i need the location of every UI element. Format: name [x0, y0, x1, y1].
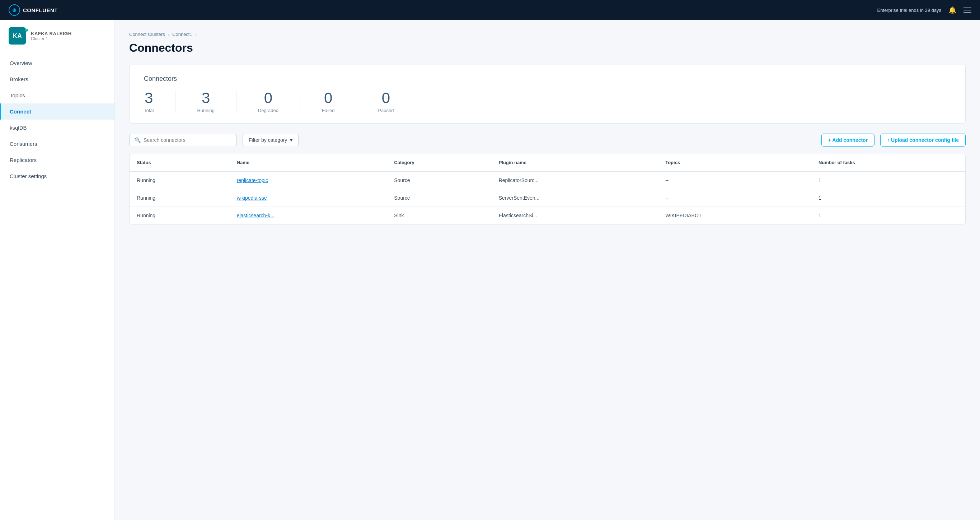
- table-cell: ReplicatorSourc...: [492, 171, 659, 189]
- table-cell: ServerSentEven...: [492, 189, 659, 207]
- breadcrumb: Connect Clusters › Connect1 ›: [129, 32, 966, 37]
- connector-name-link[interactable]: replicate-topic: [230, 171, 387, 189]
- table-row: Runningelasticsearch-k...SinkElasticsear…: [130, 207, 965, 225]
- table-cell: Source: [387, 171, 491, 189]
- col-header-name: Name: [230, 154, 387, 171]
- table-cell: WIKIPEDIABOT: [658, 207, 811, 225]
- stat-label: Total: [144, 108, 154, 113]
- search-input[interactable]: [143, 137, 231, 143]
- trial-text: Enterprise trial ends in 29 days: [877, 8, 941, 13]
- bell-icon[interactable]: 🔔: [948, 6, 956, 14]
- filter-label: Filter by category: [249, 137, 287, 143]
- breadcrumb-connect1[interactable]: Connect1: [172, 32, 192, 37]
- logo-icon: ⊕: [9, 4, 20, 16]
- sidebar-item-cluster-settings[interactable]: Cluster settings: [0, 168, 115, 184]
- table-cell: Running: [130, 189, 230, 207]
- stat-label: Degraded: [258, 108, 278, 113]
- stat-number: 3: [145, 90, 153, 106]
- filter-dropdown[interactable]: Filter by category ▾: [243, 134, 299, 146]
- table-cell: ElasticsearchSi...: [492, 207, 659, 225]
- cluster-badge: KA: [9, 27, 26, 45]
- search-icon: 🔍: [135, 137, 141, 143]
- sidebar-item-connect[interactable]: Connect: [0, 104, 115, 120]
- add-connector-button[interactable]: + Add connector: [821, 134, 875, 147]
- toolbar: 🔍 Filter by category ▾ + Add connector ↑…: [129, 134, 966, 147]
- table-cell: Running: [130, 207, 230, 225]
- stat-item-total: 3 Total: [144, 90, 175, 113]
- stat-number: 3: [202, 90, 210, 106]
- connector-name-link[interactable]: wikipedia-sse: [230, 189, 387, 207]
- stat-label: Running: [197, 108, 214, 113]
- col-header-plugin-name: Plugin name: [492, 154, 659, 171]
- sidebar-item-ksqldb[interactable]: ksqlDB: [0, 120, 115, 136]
- main-content: Connect Clusters › Connect1 › Connectors…: [115, 20, 980, 520]
- col-header-status: Status: [130, 154, 230, 171]
- stat-label: Paused: [378, 108, 394, 113]
- table-cell: 1: [811, 207, 965, 225]
- table-cell: --: [658, 189, 811, 207]
- table-cell: Sink: [387, 207, 491, 225]
- table-cell: 1: [811, 171, 965, 189]
- chevron-down-icon: ▾: [290, 137, 293, 143]
- breadcrumb-connect-clusters[interactable]: Connect Clusters: [129, 32, 165, 37]
- cluster-name: KAFKA RALEIGH: [31, 31, 72, 36]
- col-header-category: Category: [387, 154, 491, 171]
- table-cell: --: [658, 171, 811, 189]
- stats-row: 3 Total3 Running0 Degraded0 Failed0 Paus…: [144, 90, 951, 113]
- stat-item-failed: 0 Failed: [300, 90, 356, 113]
- stat-item-paused: 0 Paused: [356, 90, 415, 113]
- topnav-right: Enterprise trial ends in 29 days 🔔: [877, 6, 971, 14]
- stat-item-running: 3 Running: [175, 90, 236, 113]
- sidebar-item-consumers[interactable]: Consumers: [0, 136, 115, 152]
- col-header-topics: Topics: [658, 154, 811, 171]
- sidebar-item-brokers[interactable]: Brokers: [0, 71, 115, 87]
- hamburger-menu[interactable]: [964, 8, 971, 13]
- sidebar-item-topics[interactable]: Topics: [0, 87, 115, 104]
- breadcrumb-sep-2: ›: [195, 32, 197, 37]
- logo-text: CONFLUENT: [23, 7, 58, 13]
- breadcrumb-sep-1: ›: [168, 32, 169, 37]
- logo: ⊕ CONFLUENT: [9, 4, 58, 16]
- stat-number: 0: [382, 90, 390, 106]
- table-cell: Running: [130, 171, 230, 189]
- sidebar: KA KAFKA RALEIGH Cluster 1 OverviewBroke…: [0, 20, 115, 520]
- page-title: Connectors: [129, 41, 966, 54]
- search-box[interactable]: 🔍: [129, 134, 237, 146]
- table: StatusNameCategoryPlugin nameTopicsNumbe…: [130, 154, 965, 224]
- stat-label: Failed: [322, 108, 334, 113]
- stats-card-title: Connectors: [144, 75, 951, 83]
- cluster-header: KA KAFKA RALEIGH Cluster 1: [0, 20, 115, 52]
- upload-config-button[interactable]: ↑ Upload connector config file: [880, 134, 966, 147]
- sidebar-item-overview[interactable]: Overview: [0, 55, 115, 71]
- cluster-label: Cluster 1: [31, 36, 72, 41]
- table-row: Runningreplicate-topicSourceReplicatorSo…: [130, 171, 965, 189]
- connectors-table: StatusNameCategoryPlugin nameTopicsNumbe…: [129, 154, 966, 225]
- table-cell: Source: [387, 189, 491, 207]
- connector-name-link[interactable]: elasticsearch-k...: [230, 207, 387, 225]
- stat-number: 0: [264, 90, 272, 106]
- topnav: ⊕ CONFLUENT Enterprise trial ends in 29 …: [0, 0, 980, 20]
- stats-card: Connectors 3 Total3 Running0 Degraded0 F…: [129, 65, 966, 124]
- col-header-number-of-tasks: Number of tasks: [811, 154, 965, 171]
- nav-items: OverviewBrokersTopicsConnectksqlDBConsum…: [0, 52, 115, 187]
- cluster-info: KAFKA RALEIGH Cluster 1: [31, 31, 72, 41]
- stat-number: 0: [324, 90, 332, 106]
- stat-item-degraded: 0 Degraded: [237, 90, 300, 113]
- table-row: Runningwikipedia-sseSourceServerSentEven…: [130, 189, 965, 207]
- table-cell: 1: [811, 189, 965, 207]
- sidebar-item-replicators[interactable]: Replicators: [0, 152, 115, 168]
